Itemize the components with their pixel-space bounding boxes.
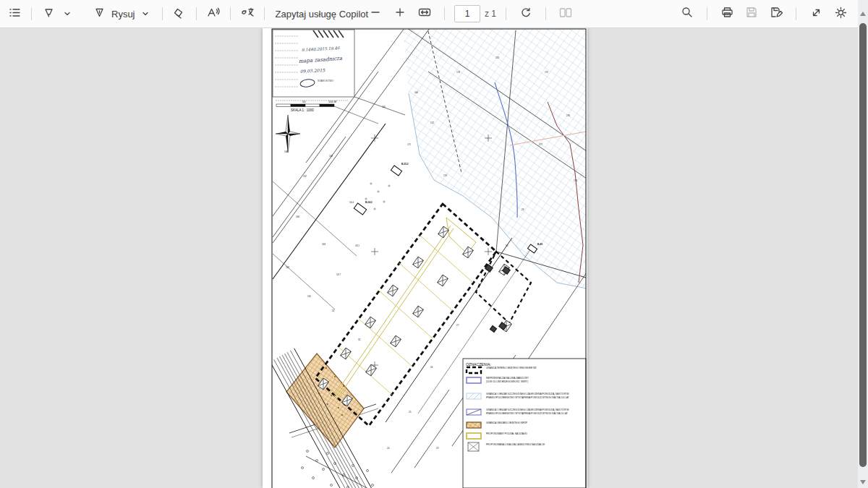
page-number-input[interactable] [454,5,480,22]
table-of-contents-icon [9,7,21,22]
vertical-scrollbar[interactable] [858,0,868,488]
svg-text:SKALA 1 : 1000: SKALA 1 : 1000 [291,108,314,112]
highlighter-dropdown[interactable] [57,4,77,24]
svg-text:PROPONOWANY PODZIAŁ NA DZIAŁKI: PROPONOWANY PODZIAŁ NA DZIAŁKI [486,432,527,435]
fullscreen-button[interactable] [806,4,826,24]
svg-text:172: 172 [430,121,434,124]
svg-text:176: 176 [566,114,570,117]
two-page-icon [559,7,572,21]
svg-text:175: 175 [545,71,548,74]
svg-text:18.7: 18.7 [336,273,341,276]
toolbar-divider [707,7,707,20]
svg-text:168: 168 [329,155,333,158]
svg-text:164: 164 [414,91,418,94]
scroll-up-arrow[interactable] [860,12,866,16]
survey-stamp: 9.1440.2015.19.46mapa zasadnicza09.03.20… [273,30,354,100]
save-icon [746,7,757,21]
svg-text:170: 170 [443,174,447,177]
svg-text:PRAWDOPODOBIEŃSTWO WYSTĄPIENIA: PRAWDOPODOBIEŃSTWO WYSTĄPIENIA POWODZI W… [486,412,568,415]
scroll-down-arrow[interactable] [860,480,866,484]
svg-text:B-25.2: B-25.2 [401,163,409,166]
print-button[interactable] [717,4,737,24]
ask-copilot-button[interactable]: Zapytaj usługę Copilot [271,9,369,20]
svg-text:162: 162 [286,266,289,269]
highlighter-button[interactable] [38,4,59,24]
svg-text:31: 31 [358,338,361,341]
print-icon [721,7,733,21]
search-button[interactable] [677,4,697,24]
read-aloud-button[interactable] [203,4,224,24]
zoom-out-button[interactable] [365,4,386,24]
svg-text:163: 163 [322,243,326,246]
svg-text:16.4: 16.4 [349,201,354,204]
draw-pen-icon [93,7,106,22]
svg-text:GRANICA OBSZARU OBJĘTEGO MPZP: GRANICA OBSZARU OBJĘTEGO MPZP [486,421,527,424]
fit-to-width-button[interactable] [414,4,435,24]
save-button[interactable] [741,4,762,24]
minus-icon [370,7,380,20]
draw-label: Rysuj [111,9,135,20]
gear-icon [835,7,847,22]
svg-text:B-49: B-49 [537,243,542,246]
toolbar-divider [31,7,32,20]
svg-text:29: 29 [522,208,524,211]
toolbar-divider [230,7,231,20]
svg-text:171: 171 [407,143,411,146]
draw-button[interactable] [89,4,109,24]
svg-text:28: 28 [478,283,481,286]
eraser-icon [173,7,185,22]
survey-map: 16616716816916316216118.718.116.41711721… [263,28,587,488]
plus-icon [395,7,405,20]
table-of-contents-button[interactable] [4,4,25,24]
svg-text:32: 32 [332,309,335,312]
eraser-button[interactable] [169,4,190,24]
toolbar-divider [506,7,506,20]
rotate-button[interactable] [516,4,536,24]
toolbar-divider [196,7,197,20]
svg-text:165: 165 [382,106,386,108]
translate-icon [240,7,254,22]
svg-text:166: 166 [284,150,288,153]
svg-text:178: 178 [574,179,577,182]
highlighter-icon [43,7,55,22]
svg-text:167: 167 [303,175,307,178]
svg-text:30: 30 [506,244,509,247]
toolbar-divider [796,7,796,20]
save-as-button[interactable] [766,4,786,24]
svg-text:25: 25 [409,411,412,414]
svg-text:B-24.2: B-24.2 [365,201,373,204]
expand-icon [811,7,822,21]
svg-text:26: 26 [430,366,433,369]
toolbar-divider [545,7,546,20]
toolbar-divider [264,7,265,20]
settings-button[interactable] [830,4,851,24]
read-aloud-icon [207,7,220,22]
page-count-label: z 1 [485,9,496,19]
svg-text:27: 27 [456,324,459,327]
chevron-down-icon [142,7,149,20]
svg-text:174: 174 [495,56,499,59]
search-icon [681,7,693,21]
chevron-down-icon [64,7,71,20]
two-page-view-button[interactable] [556,4,576,24]
scrollbar-thumb[interactable] [859,23,867,467]
fit-width-icon [418,7,431,20]
map-legend: OZNACZENIA:GRANICA TERENU OBJĘTEGO WNIOS… [463,359,586,488]
toolbar-divider [444,7,445,20]
svg-text:(50 M OD LINII BRZEGOWEJ RZ. W: (50 M OD LINII BRZEGOWEJ RZ. WKRY) [486,380,528,383]
svg-text:23: 23 [436,447,439,450]
svg-text:STAROSTWO: STAROSTWO [318,80,334,82]
draw-dropdown[interactable] [135,4,156,24]
pdf-page-map[interactable]: 16616716816916316216118.718.116.41711721… [263,28,587,488]
svg-text:169: 169 [296,215,299,218]
save-as-icon [770,7,783,21]
svg-text:161: 161 [307,295,311,298]
svg-text:GRANICA TERENU OBJĘTEGO WNIOSK: GRANICA TERENU OBJĘTEGO WNIOSKIEM WZ [486,367,537,369]
svg-text:GRANICA I OBSZAR SZCZEGÓLNEGO: GRANICA I OBSZAR SZCZEGÓLNEGO ZAGROŻENIA… [486,408,569,411]
svg-text:PROPONOWANA LOKALIZACJA BUDYNK: PROPONOWANA LOKALIZACJA BUDYNKU NA DZIAŁ… [486,443,545,446]
zoom-in-button[interactable] [390,4,410,24]
svg-text:NIEPRZEKRACZALNA LINIA ZABUDOW: NIEPRZEKRACZALNA LINIA ZABUDOWY [486,377,529,380]
translate-button[interactable] [237,4,258,24]
pdf-toolbar: Rysuj Zapytaj usługę Copilot [0,0,868,28]
rotate-icon [520,7,532,21]
